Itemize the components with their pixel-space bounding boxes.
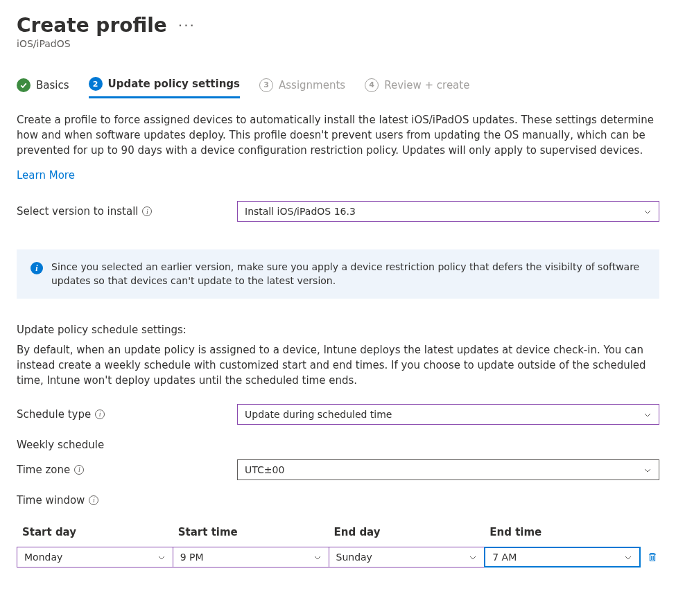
version-select[interactable]: Install iOS/iPadOS 16.3: [237, 201, 659, 222]
info-banner-text: Since you selected an earlier version, m…: [51, 261, 645, 288]
info-icon: i: [31, 262, 43, 274]
description-text: Create a profile to force assigned devic…: [17, 113, 659, 158]
chevron-down-icon: [643, 410, 652, 419]
chevron-down-icon: [624, 553, 632, 561]
select-value: Install iOS/iPadOS 16.3: [245, 206, 356, 217]
step-update-policy-settings[interactable]: 2 Update policy settings: [89, 77, 241, 98]
version-label: Select version to install i: [17, 205, 237, 218]
step-basics[interactable]: Basics: [17, 77, 69, 98]
wizard-steps: Basics 2 Update policy settings 3 Assign…: [17, 77, 659, 99]
page-title: Create profile: [17, 14, 167, 37]
timezone-select[interactable]: UTC±00: [237, 459, 659, 480]
chevron-down-icon: [643, 207, 652, 215]
info-icon[interactable]: i: [142, 206, 152, 216]
info-icon[interactable]: i: [74, 465, 84, 475]
weekly-schedule-heading: Weekly schedule: [17, 439, 659, 451]
col-end-time: End time: [484, 526, 640, 547]
schedule-type-label: Schedule type i: [17, 408, 237, 421]
select-value: Update during scheduled time: [245, 409, 392, 420]
delete-row-button[interactable]: [645, 547, 659, 567]
chevron-down-icon: [469, 553, 477, 561]
chevron-down-icon: [157, 553, 166, 561]
col-start-time: Start time: [173, 526, 329, 547]
step-number-icon: 4: [365, 78, 379, 92]
start-time-select[interactable]: 9 PM: [173, 547, 329, 567]
chevron-down-icon: [643, 466, 652, 474]
start-day-select[interactable]: Monday: [17, 547, 173, 567]
table-row: Monday 9 PM Sunday 7 AM: [17, 547, 640, 567]
info-icon[interactable]: i: [89, 495, 98, 505]
select-value: Sunday: [336, 552, 372, 563]
step-number-icon: 3: [259, 78, 273, 92]
timezone-label: Time zone i: [17, 464, 237, 476]
info-icon[interactable]: i: [95, 410, 105, 419]
time-window-label: Time window i: [17, 494, 659, 507]
select-value: UTC±00: [245, 464, 284, 475]
select-value: 7 AM: [492, 552, 517, 563]
step-label: Assignments: [279, 79, 345, 91]
col-end-day: End day: [329, 526, 485, 547]
more-actions-button[interactable]: ···: [178, 17, 196, 34]
step-label: Review + create: [384, 79, 469, 91]
step-label: Update policy settings: [108, 78, 241, 90]
schedule-type-select[interactable]: Update during scheduled time: [237, 404, 659, 425]
step-number-icon: 2: [89, 77, 103, 91]
select-value: Monday: [24, 552, 62, 563]
end-time-select[interactable]: 7 AM: [484, 547, 641, 567]
end-day-select[interactable]: Sunday: [329, 547, 485, 567]
check-icon: [17, 78, 31, 92]
step-review-create[interactable]: 4 Review + create: [365, 77, 469, 98]
schedule-description: By default, when an update policy is ass…: [17, 343, 659, 388]
page-subtitle: iOS/iPadOS: [17, 38, 659, 49]
schedule-heading: Update policy schedule settings:: [17, 324, 659, 336]
col-start-day: Start day: [17, 526, 173, 547]
step-assignments[interactable]: 3 Assignments: [259, 77, 345, 98]
trash-icon: [647, 552, 658, 563]
info-banner: i Since you selected an earlier version,…: [17, 249, 659, 299]
select-value: 9 PM: [180, 552, 204, 563]
chevron-down-icon: [313, 553, 322, 561]
step-label: Basics: [36, 79, 69, 91]
learn-more-link[interactable]: Learn More: [17, 169, 75, 182]
